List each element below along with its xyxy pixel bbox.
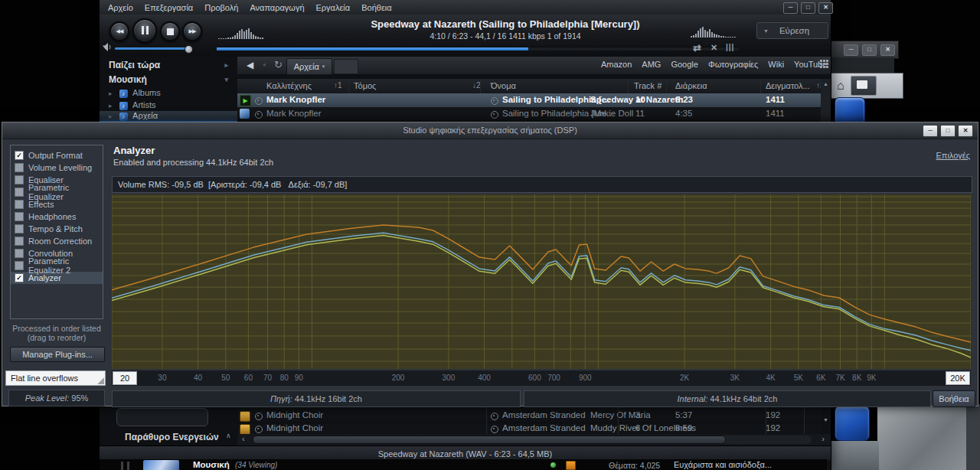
dsp-plugin-checkbox-8[interactable] (15, 249, 24, 258)
freq-max-input[interactable]: 20K (946, 371, 970, 385)
table-row-playing[interactable]: ▶ Mark Knopfler Sailing to Philadelphia … (237, 93, 821, 108)
web-link-0[interactable]: Amazon (601, 60, 632, 69)
back-button[interactable]: ◀ (247, 60, 253, 70)
col-duration[interactable]: Διάρκεια (675, 81, 707, 90)
bg-maximize-button[interactable]: □ (862, 44, 877, 56)
freq-min-input[interactable]: 20 (113, 371, 137, 385)
search-caret-icon[interactable]: ▼ (763, 28, 769, 34)
dsp-plugin-checkbox-9[interactable] (15, 261, 24, 270)
hscroll-thumb[interactable] (253, 436, 726, 444)
pause-button[interactable] (132, 18, 157, 43)
menu-item-5[interactable]: Βοήθεια (361, 2, 392, 14)
scroll-down-icon[interactable]: ▼ (823, 417, 828, 423)
albums-note-icon: ♪ (119, 90, 128, 98)
dsp-plugin-item-1[interactable]: Volume Levelling (11, 162, 103, 174)
dsp-titlebar[interactable]: Studio ψηφιακής επεξεργασίας σήματος (DS… (2, 122, 978, 139)
col-name[interactable]: Όνομα (491, 81, 516, 90)
help-button[interactable]: Βοήθεια (933, 390, 975, 407)
forum-thread[interactable]: Ευχάριστα και αισιόδοξα... (674, 460, 772, 469)
manage-plugins-button[interactable]: Manage Plug-ins... (10, 347, 105, 362)
flat-line-overflows-label: Flat line overflows (11, 374, 78, 383)
flat-line-overflows-combo[interactable]: Flat line overflows (5, 370, 106, 386)
player-minimize-button[interactable]: ─ (783, 2, 798, 14)
toolbar-blank-button[interactable] (334, 59, 358, 74)
menu-item-4[interactable]: Εργαλεία (315, 2, 351, 14)
desktop-icon-blue-bottom[interactable] (835, 406, 870, 441)
desktop-icon-blue-top[interactable] (835, 97, 865, 125)
bg-close-button[interactable]: ✕ (880, 44, 895, 56)
image-tool-button[interactable] (851, 76, 877, 96)
dsp-plugin-checkbox-6[interactable] (15, 224, 24, 233)
forum-title[interactable]: Μουσική (193, 460, 230, 469)
dsp-plugin-item-3[interactable]: Parametric Equalizer (11, 186, 103, 198)
web-link-4[interactable]: Wiki (768, 60, 784, 69)
options-link[interactable]: Επιλογές (936, 151, 970, 160)
shuffle-icon[interactable]: ✕ (710, 43, 717, 53)
sidebar-item-albums[interactable]: ▸ ♪ Albums (109, 88, 237, 100)
view-tab-files[interactable]: Αρχεία ▾ (286, 58, 332, 75)
dsp-plugin-checkbox-3[interactable] (15, 188, 24, 197)
combo-corner-icon[interactable] (97, 377, 104, 384)
player-close-button[interactable]: ✕ (818, 2, 833, 14)
dsp-plugin-checkbox-10[interactable]: ✓ (15, 273, 24, 282)
dsp-plugin-item-6[interactable]: Tempo & Pitch (11, 223, 103, 235)
col-separator (486, 406, 487, 434)
menu-item-3[interactable]: Αναπαραγωγή (249, 2, 305, 14)
col-samplerate[interactable]: Δειγματολ... (766, 81, 810, 90)
refresh-icon[interactable]: ↻ (274, 59, 283, 70)
dsp-plugin-item-9[interactable]: Parametric Equalizer 2 (11, 259, 103, 272)
dsp-plugin-checkbox-7[interactable] (15, 237, 24, 246)
freq-tick-40: 40 (194, 374, 202, 382)
sidebar-item-artists[interactable]: ▸ ♪ Artists (109, 100, 237, 112)
col-track[interactable]: Track # (634, 81, 662, 90)
horizontal-scrollbar[interactable]: ‹ › (237, 434, 831, 446)
previous-button[interactable]: ◀◀ (109, 21, 129, 41)
more-services-icon[interactable] (820, 60, 828, 68)
stop-button[interactable] (160, 21, 180, 41)
dsp-plugin-item-7[interactable]: Room Correction (11, 235, 103, 247)
col-artist[interactable]: Καλλιτέχνης (266, 81, 312, 90)
dsp-maximize-button[interactable]: □ (940, 125, 956, 137)
volume-slider[interactable] (115, 47, 191, 50)
dsp-minimize-button[interactable]: ─ (923, 125, 938, 137)
table-row[interactable]: Midnight Choir Amsterdam Stranded Mercy … (237, 410, 821, 423)
col-album[interactable]: Τόμος (354, 81, 376, 90)
sidebar-music[interactable]: Μουσική ▾ (109, 74, 237, 85)
forward-button[interactable]: ● (263, 61, 266, 68)
web-link-1[interactable]: AMG (642, 60, 661, 69)
scroll-up-icon[interactable]: ▲ (823, 81, 828, 86)
search-box[interactable]: ▼ Εύρεση (756, 22, 828, 39)
seek-bar[interactable] (217, 47, 739, 51)
forum-album-art[interactable] (143, 460, 179, 470)
table-row[interactable]: Midnight Choir Amsterdam Stranded Muddy … (237, 423, 821, 434)
web-link-3[interactable]: Φωτογραφίες (708, 60, 758, 69)
scroll-right-icon[interactable]: › (822, 434, 825, 443)
dsp-close-button[interactable]: ✕ (958, 125, 973, 137)
scroll-left-icon[interactable]: ‹ (242, 434, 245, 443)
bg-minimize-button[interactable]: ─ (844, 44, 858, 56)
action-window-collapse-icon[interactable]: ∧ (226, 432, 231, 439)
hscroll-track[interactable] (253, 436, 812, 444)
menu-item-1[interactable]: Επεξεργασία (144, 2, 194, 14)
dsp-plugin-checkbox-5[interactable] (15, 212, 24, 221)
orange-curve (112, 225, 971, 342)
dsp-plugin-item-5[interactable]: Headphones (11, 211, 103, 223)
dsp-plugin-item-0[interactable]: ✓Output Format (11, 149, 103, 162)
queue-icon[interactable]: ||| (726, 43, 734, 51)
dsp-plugin-checkbox-1[interactable] (15, 163, 24, 172)
next-button[interactable]: ▶▶ (182, 21, 202, 41)
sidebar-now-playing[interactable]: Παίζει τώρα ▸ (109, 60, 237, 70)
volume-knob[interactable] (185, 45, 193, 54)
menu-item-0[interactable]: Αρχείο (107, 2, 134, 14)
player-maximize-button[interactable]: □ (801, 2, 815, 14)
home-icon[interactable]: ⌂ (837, 79, 844, 93)
dsp-plugin-checkbox-0[interactable]: ✓ (15, 151, 24, 160)
dsp-plugin-checkbox-4[interactable] (15, 200, 24, 209)
web-link-2[interactable]: Google (671, 60, 697, 69)
repeat-icon[interactable]: ⇄ (693, 42, 701, 54)
dsp-plugin-checkbox-2[interactable] (15, 175, 24, 184)
action-window-bar[interactable]: Παράθυρο Ενεργειών ∧ (100, 429, 237, 446)
table-vscrollbar[interactable]: ▲ (821, 79, 831, 122)
table-row[interactable]: Mark Knopfler Sailing to Philadelphia [M… (237, 107, 821, 122)
menu-item-2[interactable]: Προβολή (204, 2, 239, 14)
